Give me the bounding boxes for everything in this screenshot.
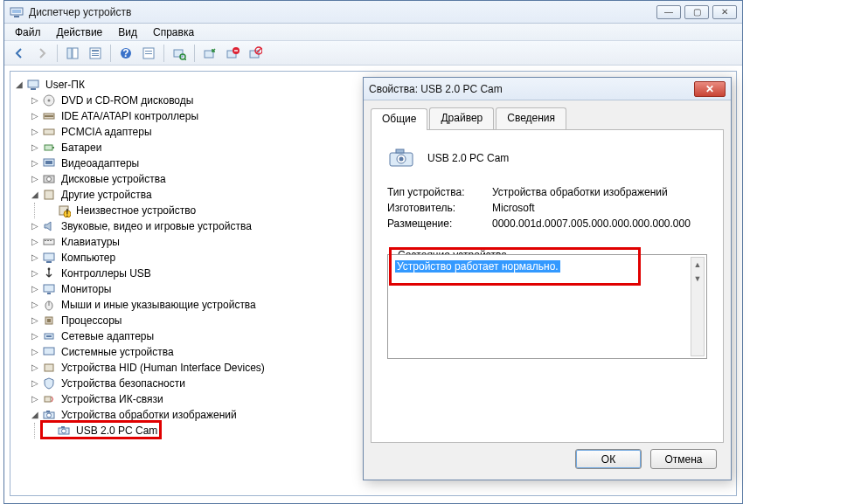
tree-item-label: Устройства ИК-связи bbox=[59, 391, 165, 407]
ok-button[interactable]: ОК bbox=[575, 449, 642, 469]
menubar: Файл Действие Вид Справка bbox=[4, 24, 742, 41]
system-icon bbox=[42, 345, 56, 359]
expand-icon[interactable]: ▷ bbox=[30, 108, 40, 124]
expand-icon[interactable]: ▷ bbox=[30, 360, 40, 376]
toolbar: ? bbox=[4, 41, 742, 66]
usb-icon bbox=[42, 266, 56, 280]
svg-rect-26 bbox=[45, 115, 53, 117]
svg-rect-14 bbox=[174, 50, 183, 57]
tree-item-label: Сетевые адаптеры bbox=[59, 328, 156, 344]
svg-rect-1 bbox=[12, 10, 21, 13]
expand-icon[interactable]: ▷ bbox=[30, 218, 40, 234]
dialog-close-button[interactable]: ✕ bbox=[694, 81, 726, 97]
back-button[interactable] bbox=[10, 44, 29, 63]
expand-icon[interactable]: ▷ bbox=[30, 250, 40, 266]
expand-icon[interactable]: ▷ bbox=[30, 155, 40, 171]
tree-item-label: Устройства безопасности bbox=[59, 376, 187, 391]
expand-icon[interactable]: ▷ bbox=[30, 124, 40, 140]
tab-general[interactable]: Общие bbox=[371, 108, 427, 130]
expand-icon[interactable]: ▷ bbox=[30, 281, 40, 297]
scroll-down-icon[interactable]: ▼ bbox=[691, 272, 704, 286]
label-manufacturer: Изготовитель: bbox=[387, 202, 492, 214]
expand-icon[interactable]: ▷ bbox=[30, 93, 40, 108]
show-hide-tree-button[interactable] bbox=[63, 44, 82, 63]
tree-item-label: Неизвестное устройство bbox=[74, 203, 198, 218]
collapse-icon[interactable]: ◢ bbox=[30, 407, 40, 423]
disable-button[interactable] bbox=[246, 44, 265, 63]
tree-item-label: Устройства обработки изображений bbox=[59, 407, 239, 423]
menu-view[interactable]: Вид bbox=[111, 24, 144, 40]
svg-point-44 bbox=[48, 268, 51, 271]
toolbar-separator bbox=[163, 45, 164, 62]
svg-rect-29 bbox=[52, 147, 54, 148]
svg-text:!: ! bbox=[66, 207, 68, 217]
expand-icon[interactable]: ▷ bbox=[30, 266, 40, 281]
svg-rect-40 bbox=[47, 240, 49, 241]
uninstall-button[interactable] bbox=[223, 44, 242, 63]
expand-icon[interactable]: ▷ bbox=[30, 297, 40, 313]
dialog-title: Свойства: USB 2.0 PC Cam bbox=[369, 83, 694, 95]
device-status-box[interactable]: Устройство работает нормально. ▲ ▼ bbox=[387, 254, 707, 359]
display-adapter-icon bbox=[42, 156, 56, 170]
expand-icon[interactable]: ▷ bbox=[30, 234, 40, 250]
tree-item-label: IDE ATA/ATAPI контроллеры bbox=[59, 108, 200, 124]
camera-icon bbox=[57, 424, 71, 438]
disk-icon bbox=[42, 172, 56, 186]
expand-icon[interactable]: ▷ bbox=[30, 328, 40, 344]
tree-item-label: USB 2.0 PC Cam bbox=[74, 423, 159, 438]
minimize-button[interactable]: — bbox=[656, 5, 681, 19]
expand-icon[interactable]: ▷ bbox=[30, 313, 40, 328]
svg-point-24 bbox=[48, 100, 51, 102]
tree-item-label: Звуковые, видео и игровые устройства bbox=[59, 218, 253, 234]
toolbar-separator bbox=[57, 45, 58, 62]
action-button[interactable] bbox=[139, 44, 158, 63]
collapse-icon[interactable]: ◢ bbox=[14, 77, 24, 93]
svg-rect-46 bbox=[47, 293, 51, 294]
properties-button[interactable] bbox=[86, 44, 105, 63]
computer-icon bbox=[42, 251, 56, 265]
expand-icon[interactable]: ▷ bbox=[30, 140, 40, 155]
cancel-button[interactable]: Отмена bbox=[650, 449, 717, 469]
maximize-button[interactable]: ▢ bbox=[684, 5, 709, 19]
scrollbar[interactable]: ▲ ▼ bbox=[691, 257, 705, 356]
close-button[interactable]: ✕ bbox=[712, 5, 737, 19]
svg-rect-31 bbox=[45, 161, 52, 164]
network-icon bbox=[42, 329, 56, 343]
expand-icon[interactable]: ▷ bbox=[30, 391, 40, 407]
battery-icon bbox=[42, 141, 56, 155]
svg-rect-52 bbox=[46, 335, 52, 337]
tab-details[interactable]: Сведения bbox=[496, 107, 566, 129]
svg-rect-39 bbox=[45, 240, 46, 241]
menu-help[interactable]: Справка bbox=[146, 24, 201, 40]
keyboard-icon bbox=[42, 235, 56, 249]
tab-page-general: USB 2.0 PC Cam Тип устройства:Устройства… bbox=[371, 130, 724, 443]
menu-file[interactable]: Файл bbox=[8, 24, 48, 40]
expand-icon[interactable]: ▷ bbox=[30, 344, 40, 360]
value-manufacturer: Microsoft bbox=[492, 202, 535, 214]
svg-rect-34 bbox=[45, 190, 53, 199]
infrared-icon bbox=[42, 392, 56, 406]
help-button[interactable]: ? bbox=[116, 44, 135, 63]
menu-action[interactable]: Действие bbox=[50, 24, 110, 40]
scroll-up-icon[interactable]: ▲ bbox=[691, 258, 704, 272]
expand-icon[interactable]: ▷ bbox=[30, 376, 40, 391]
tree-item-label: Устройства HID (Human Interface Devices) bbox=[59, 360, 267, 376]
svg-rect-58 bbox=[46, 411, 50, 412]
cpu-icon bbox=[42, 314, 56, 328]
update-driver-button[interactable] bbox=[200, 44, 219, 63]
svg-rect-21 bbox=[28, 80, 38, 87]
tab-driver[interactable]: Драйвер bbox=[429, 107, 494, 129]
expand-icon[interactable]: ▷ bbox=[30, 171, 40, 187]
tree-item-label: Контроллеры USB bbox=[59, 266, 153, 281]
app-icon bbox=[10, 6, 24, 18]
other-devices-icon bbox=[42, 188, 56, 202]
window-buttons: — ▢ ✕ bbox=[656, 5, 737, 19]
tree-item-label: Батареи bbox=[59, 140, 103, 155]
collapse-icon[interactable]: ◢ bbox=[30, 187, 40, 203]
svg-rect-41 bbox=[50, 240, 52, 241]
scan-hardware-button[interactable] bbox=[170, 44, 189, 63]
camera-icon bbox=[42, 408, 56, 422]
forward-button[interactable] bbox=[32, 44, 52, 63]
tree-item-label: Дисковые устройства bbox=[59, 171, 168, 187]
svg-text:?: ? bbox=[122, 47, 128, 59]
